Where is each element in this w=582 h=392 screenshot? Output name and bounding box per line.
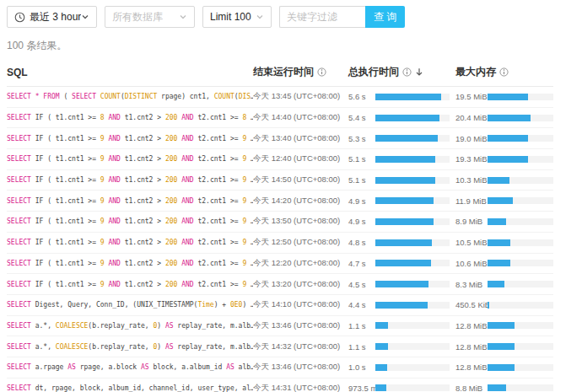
table-row[interactable]: SELECT a.rpage AS rpage, a.block AS bloc… [7, 357, 553, 379]
memory-bar [488, 322, 553, 329]
table-row[interactable]: SELECT Digest, Query, Conn_ID, (UNIX_TIM… [7, 295, 553, 316]
duration-value: 4.5 s [348, 280, 375, 289]
chevron-down-icon [179, 13, 187, 21]
memory-value: 10.6 MiB [455, 259, 488, 268]
sql-cell[interactable]: SELECT a.*, COALESCE(b.replay_rate, 0) A… [7, 343, 253, 351]
table-row[interactable]: SELECT IF ( t1.cnt1 >= 9 AND t1.cnt2 > 2… [7, 212, 553, 233]
end-time-cell: 今天 12:50 (UTC+08:00) [253, 237, 348, 248]
table-row[interactable]: SELECT IF ( t1.cnt1 >= 9 AND t1.cnt2 > 2… [7, 191, 553, 212]
col-header-duration[interactable]: 总执行时间 [348, 65, 455, 79]
col-header-end-time-label: 结束运行时间 [253, 65, 314, 79]
sql-cell[interactable]: SELECT IF ( t1.cnt1 >= 9 AND t1.cnt2 > 2… [7, 197, 253, 205]
duration-bar-fill [375, 322, 388, 329]
table-body: SELECT * FROM ( SELECT COUNT(DISTINCT rp… [7, 87, 553, 392]
table-row[interactable]: SELECT IF ( t1.cnt1 >= 9 AND t1.cnt2 > 2… [7, 233, 553, 254]
table-row[interactable]: SELECT a.*, COALESCE(b.replay_rate, 0) A… [7, 336, 553, 357]
sql-cell[interactable]: SELECT IF ( t1.cnt1 >= 9 AND t1.cnt2 > 2… [7, 155, 253, 163]
sql-cell[interactable]: SELECT a.rpage AS rpage, a.block AS bloc… [7, 363, 253, 371]
memory-value: 12.8 MiB [455, 321, 488, 330]
table-row[interactable]: SELECT IF ( t1.cnt1 >= 9 AND t1.cnt2 > 2… [7, 149, 553, 170]
duration-bar-fill [375, 384, 386, 391]
duration-value: 4.7 s [348, 259, 375, 268]
toolbar: 最近 3 hour 所有数据库 Limit 100 查 询 [0, 0, 582, 28]
info-icon[interactable] [402, 67, 412, 77]
sql-cell[interactable]: SELECT IF ( t1.cnt1 >= 9 AND t1.cnt2 > 2… [7, 260, 253, 267]
duration-bar-fill [375, 177, 435, 184]
duration-value: 5.6 s [348, 92, 375, 101]
memory-bar [488, 115, 553, 121]
table-row[interactable]: SELECT IF ( t1.cnt1 >= 9 AND t1.cnt2 > 2… [7, 254, 553, 275]
table-row[interactable]: SELECT IF ( t1.cnt1 >= 8 AND t1.cnt2 > 2… [7, 108, 553, 129]
duration-bar [375, 218, 450, 225]
results-summary: 100 条结果。 [0, 28, 582, 53]
sql-cell[interactable]: SELECT IF ( t1.cnt1 >= 9 AND t1.cnt2 > 2… [7, 281, 253, 288]
duration-bar-fill [375, 260, 431, 266]
duration-value: 4.8 s [348, 238, 375, 247]
table-row[interactable]: SELECT IF ( t1.cnt1 >= 9 AND t1.cnt2 > 2… [7, 128, 553, 149]
sql-cell[interactable]: SELECT Digest, Query, Conn_ID, (UNIX_TIM… [7, 301, 253, 309]
duration-value: 1.1 s [348, 321, 375, 330]
memory-bar-fill [488, 135, 528, 142]
sql-cell[interactable]: SELECT dt, rpage, block, album_id, chann… [7, 384, 253, 392]
duration-bar [375, 281, 450, 287]
duration-value: 973.5 ms [348, 384, 375, 392]
sql-cell[interactable]: SELECT IF ( t1.cnt1 >= 9 AND t1.cnt2 > 2… [7, 135, 253, 142]
table-row[interactable]: SELECT * FROM ( SELECT COUNT(DISTINCT rp… [7, 87, 553, 108]
memory-bar [488, 197, 553, 204]
memory-value: 12.8 MiB [455, 362, 488, 372]
end-time-cell: 今天 12:20 (UTC+08:00) [253, 258, 348, 269]
database-select[interactable]: 所有数据库 [105, 6, 195, 28]
table-row[interactable]: SELECT a.*, COALESCE(b.replay_rate, 0) A… [7, 316, 553, 337]
col-header-sql[interactable]: SQL [7, 67, 253, 78]
limit-select[interactable]: Limit 100 [202, 6, 272, 28]
duration-bar [375, 302, 450, 309]
duration-bar [375, 384, 450, 391]
memory-bar [488, 384, 553, 391]
sql-cell[interactable]: SELECT IF ( t1.cnt1 >= 9 AND t1.cnt2 > 2… [7, 217, 253, 225]
table-row[interactable]: SELECT IF ( t1.cnt1 >= 9 AND t1.cnt2 > 2… [7, 170, 553, 191]
sql-cell[interactable]: SELECT * FROM ( SELECT COUNT(DISTINCT rp… [7, 93, 253, 100]
sql-cell[interactable]: SELECT a.*, COALESCE(b.replay_rate, 0) A… [7, 322, 253, 330]
col-header-duration-label: 总执行时间 [348, 65, 399, 79]
chevron-down-icon [256, 13, 264, 21]
table-row[interactable]: SELECT IF ( t1.cnt1 >= 9 AND t1.cnt2 > 2… [7, 274, 553, 295]
time-range-dropdown[interactable]: 最近 3 hour [7, 6, 97, 28]
slow-query-table: SQL 结束运行时间 总执行时间 最大内存 [0, 53, 582, 392]
sql-cell[interactable]: SELECT IF ( t1.cnt1 >= 8 AND t1.cnt2 > 2… [7, 114, 253, 121]
memory-bar-fill [488, 260, 510, 266]
memory-value: 19.5 MiB [455, 92, 488, 101]
end-time-cell: 今天 14:10 (UTC+08:00) [253, 299, 348, 310]
memory-bar [488, 218, 553, 225]
col-header-end-time[interactable]: 结束运行时间 [253, 65, 348, 79]
memory-value: 10.3 MiB [455, 175, 488, 185]
table-row[interactable]: SELECT dt, rpage, block, album_id, chann… [7, 379, 553, 392]
sort-desc-icon[interactable] [415, 67, 423, 77]
end-time-cell: 今天 13:40 (UTC+08:00) [253, 133, 348, 144]
duration-bar [375, 177, 450, 184]
memory-bar [488, 177, 553, 184]
memory-bar-fill [488, 322, 515, 329]
info-icon[interactable] [499, 67, 509, 77]
duration-value: 5.1 s [348, 175, 375, 185]
memory-bar-fill [488, 302, 489, 309]
memory-bar-fill [488, 197, 513, 204]
duration-bar-fill [375, 156, 435, 163]
end-time-cell: 今天 14:50 (UTC+08:00) [253, 175, 348, 185]
col-header-memory[interactable]: 最大内存 [455, 65, 553, 79]
info-icon[interactable] [317, 67, 326, 77]
end-time-cell: 今天 13:45 (UTC+08:00) [253, 91, 348, 102]
duration-bar [375, 343, 450, 350]
table-header-row: SQL 结束运行时间 总执行时间 最大内存 [7, 65, 553, 87]
end-time-cell: 今天 14:20 (UTC+08:00) [253, 196, 348, 207]
duration-bar-fill [375, 343, 388, 350]
query-button[interactable]: 查 询 [365, 6, 405, 28]
clock-icon [14, 12, 25, 23]
keyword-filter-input[interactable] [279, 6, 365, 28]
end-time-cell: 今天 13:20 (UTC+08:00) [253, 279, 348, 290]
memory-bar-fill [488, 177, 509, 184]
duration-value: 5.4 s [348, 113, 375, 122]
sql-cell[interactable]: SELECT IF ( t1.cnt1 >= 9 AND t1.cnt2 > 2… [7, 176, 253, 184]
sql-cell[interactable]: SELECT IF ( t1.cnt1 >= 9 AND t1.cnt2 > 2… [7, 239, 253, 246]
memory-bar-fill [488, 384, 506, 391]
duration-value: 4.9 s [348, 196, 375, 206]
